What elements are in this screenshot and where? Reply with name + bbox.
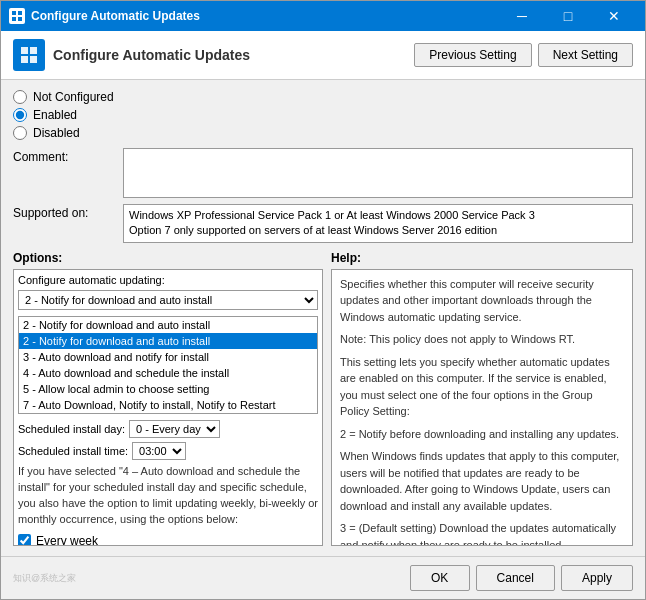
main-window: Configure Automatic Updates ─ □ ✕ Config… — [0, 0, 646, 600]
help-para-0: Specifies whether this computer will rec… — [340, 276, 624, 326]
install-time-select[interactable]: 03:00 — [132, 442, 186, 460]
radio-enabled-label: Enabled — [33, 108, 77, 122]
svg-rect-0 — [12, 11, 16, 15]
radio-group: Not Configured Enabled Disabled — [13, 90, 633, 140]
svg-rect-6 — [21, 56, 28, 63]
header-buttons: Previous Setting Next Setting — [414, 43, 633, 67]
previous-setting-button[interactable]: Previous Setting — [414, 43, 531, 67]
install-day-row: Scheduled install day: 0 - Every day — [18, 420, 318, 438]
close-button[interactable]: ✕ — [591, 1, 637, 31]
options-title: Options: — [13, 251, 323, 265]
header-title: Configure Automatic Updates — [53, 47, 406, 63]
header-bar: Configure Automatic Updates Previous Set… — [1, 31, 645, 80]
ok-button[interactable]: OK — [410, 565, 470, 591]
help-section: Help: Specifies whether this computer wi… — [331, 251, 633, 546]
footer: 知识@系统之家 OK Cancel Apply — [1, 556, 645, 599]
supported-label: Supported on: — [13, 204, 123, 243]
title-bar: Configure Automatic Updates ─ □ ✕ — [1, 1, 645, 31]
radio-disabled-input[interactable] — [13, 126, 27, 140]
options-list: 2 - Notify for download and auto install… — [18, 316, 318, 414]
every-week-checkbox[interactable] — [18, 534, 31, 546]
title-bar-title: Configure Automatic Updates — [31, 9, 499, 23]
list-item-5[interactable]: 7 - Auto Download, Notify to install, No… — [19, 397, 317, 413]
help-para-2: This setting lets you specify whether au… — [340, 354, 624, 420]
svg-rect-3 — [18, 17, 22, 21]
radio-disabled[interactable]: Disabled — [13, 126, 633, 140]
install-description: If you have selected "4 – Auto download … — [18, 464, 318, 528]
configure-label: Configure automatic updating: — [18, 274, 318, 286]
next-setting-button[interactable]: Next Setting — [538, 43, 633, 67]
install-day-label: Scheduled install day: — [18, 423, 125, 435]
radio-disabled-label: Disabled — [33, 126, 80, 140]
svg-rect-5 — [30, 47, 37, 54]
title-bar-controls: ─ □ ✕ — [499, 1, 637, 31]
install-day-select[interactable]: 0 - Every day — [129, 420, 220, 438]
help-para-1: Note: This policy does not apply to Wind… — [340, 331, 624, 348]
options-help-area: Options: Configure automatic updating: 2… — [13, 251, 633, 546]
radio-enabled-input[interactable] — [13, 108, 27, 122]
svg-rect-2 — [12, 17, 16, 21]
help-box: Specifies whether this computer will rec… — [331, 269, 633, 546]
install-time-label: Scheduled install time: — [18, 445, 128, 457]
options-section: Options: Configure automatic updating: 2… — [13, 251, 323, 546]
list-item-0[interactable]: 2 - Notify for download and auto install — [19, 317, 317, 333]
svg-rect-1 — [18, 11, 22, 15]
radio-not-configured-input[interactable] — [13, 90, 27, 104]
auto-update-dropdown[interactable]: 2 - Notify for download and auto install — [18, 290, 318, 310]
header-icon — [13, 39, 45, 71]
radio-not-configured[interactable]: Not Configured — [13, 90, 633, 104]
apply-button[interactable]: Apply — [561, 565, 633, 591]
list-item-4[interactable]: 5 - Allow local admin to choose setting — [19, 381, 317, 397]
comment-label: Comment: — [13, 148, 123, 198]
help-para-3: 2 = Notify before downloading and instal… — [340, 426, 624, 443]
watermark: 知识@系统之家 — [13, 572, 76, 585]
radio-enabled[interactable]: Enabled — [13, 108, 633, 122]
supported-text: Windows XP Professional Service Pack 1 o… — [123, 204, 633, 243]
every-week-row[interactable]: Every week — [18, 534, 318, 546]
radio-not-configured-label: Not Configured — [33, 90, 114, 104]
help-title: Help: — [331, 251, 633, 265]
svg-rect-4 — [21, 47, 28, 54]
minimize-button[interactable]: ─ — [499, 1, 545, 31]
comment-row: Comment: — [13, 148, 633, 198]
help-para-4: When Windows finds updates that apply to… — [340, 448, 624, 514]
title-bar-icon — [9, 8, 25, 24]
list-item-2[interactable]: 3 - Auto download and notify for install — [19, 349, 317, 365]
content-area: Not Configured Enabled Disabled Comment:… — [1, 80, 645, 556]
help-para-5: 3 = (Default setting) Download the updat… — [340, 520, 624, 546]
comment-textarea[interactable] — [123, 148, 633, 198]
maximize-button[interactable]: □ — [545, 1, 591, 31]
svg-rect-7 — [30, 56, 37, 63]
options-box[interactable]: Configure automatic updating: 2 - Notify… — [13, 269, 323, 546]
list-item-1[interactable]: 2 - Notify for download and auto install — [19, 333, 317, 349]
every-week-label: Every week — [36, 534, 98, 546]
install-time-row: Scheduled install time: 03:00 — [18, 442, 318, 460]
supported-content: Windows XP Professional Service Pack 1 o… — [129, 209, 535, 236]
supported-row: Supported on: Windows XP Professional Se… — [13, 204, 633, 243]
list-item-3[interactable]: 4 - Auto download and schedule the insta… — [19, 365, 317, 381]
cancel-button[interactable]: Cancel — [476, 565, 555, 591]
